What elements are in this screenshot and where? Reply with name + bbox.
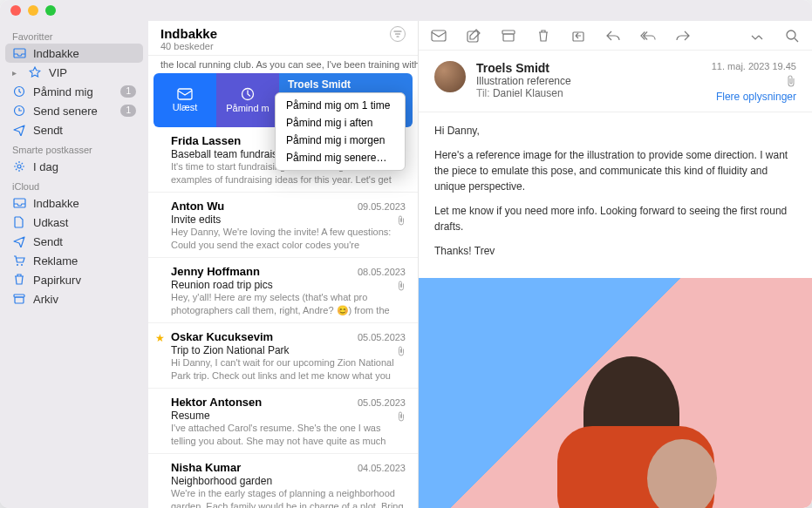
mailbox-sidebar: Favoritter Indbakke▸VIPPåmind mig1Send s… — [0, 21, 148, 508]
reply-all-icon[interactable] — [640, 28, 656, 44]
remind-me-menu[interactable]: Påmind mig om 1 timePåmind mig i aftenPå… — [275, 92, 406, 171]
message-sender: Hektor Antonsen — [171, 396, 262, 409]
window-titlebar — [0, 0, 812, 21]
svg-rect-6 — [15, 297, 24, 303]
mailbox-title: Indbakke — [160, 26, 390, 41]
sidebar-section-smart: Smarte postkasser — [0, 139, 148, 157]
partial-message-preview[interactable]: the local running club. As you can see, … — [148, 56, 418, 73]
more-icon[interactable] — [749, 28, 765, 44]
body-paragraph: Here's a reference image for the illustr… — [434, 147, 796, 194]
sidebar-item-vip[interactable]: ▸VIP — [0, 63, 148, 82]
attachment-icon — [397, 281, 406, 291]
inbox-icon — [12, 46, 26, 60]
message-subject: Resume — [171, 410, 406, 422]
reader-inline-image[interactable] — [419, 278, 812, 508]
message-date: 05.05.2023 — [358, 332, 406, 342]
attachment-icon[interactable] — [786, 75, 796, 87]
message-date: 05.05.2023 — [358, 397, 406, 408]
archive-icon — [12, 292, 26, 306]
body-paragraph: Let me know if you need more info. Looki… — [434, 203, 796, 234]
svg-point-14 — [787, 30, 795, 39]
svg-rect-9 — [432, 30, 446, 41]
message-date: 08.05.2023 — [358, 267, 406, 277]
plane-icon — [12, 234, 26, 248]
search-icon[interactable] — [784, 28, 800, 44]
svg-point-2 — [17, 165, 21, 168]
reader-toolbar — [419, 21, 812, 51]
cart-icon — [12, 254, 26, 268]
star-icon — [28, 65, 42, 79]
sidebar-item-send-senere[interactable]: Send senere1 — [0, 101, 148, 120]
reader-from[interactable]: Troels Smidt — [476, 61, 701, 75]
message-preview: We're in the early stages of planning a … — [171, 487, 406, 508]
message-item[interactable]: ★Oskar Kucuksevim05.05.2023Trip to Zion … — [148, 323, 418, 389]
plane-icon — [12, 123, 26, 137]
sidebar-item-indbakke[interactable]: Indbakke — [5, 44, 143, 63]
remind-menu-item[interactable]: Påmind mig om 1 time — [276, 97, 405, 114]
trash-icon[interactable] — [536, 28, 551, 44]
sidebar-item-i-dag[interactable]: I dag — [0, 157, 148, 176]
attachment-icon — [397, 215, 406, 226]
close-window-button[interactable] — [10, 5, 21, 16]
sidebar-section-icloud: iCloud — [0, 176, 148, 193]
svg-rect-7 — [178, 89, 192, 99]
message-subject: Neighborhood garden — [171, 475, 406, 487]
svg-rect-12 — [503, 34, 514, 41]
message-list-pane: Indbakke 40 beskeder the local running c… — [148, 21, 419, 508]
svg-point-3 — [17, 264, 18, 266]
sidebar-item-papirkurv[interactable]: Papirkurv — [0, 270, 148, 289]
envelope-icon[interactable] — [431, 28, 447, 44]
remind-menu-item[interactable]: Påmind mig i morgen — [276, 132, 405, 149]
sender-avatar[interactable] — [434, 61, 466, 92]
message-sender: Jenny Hoffmann — [171, 265, 260, 278]
message-preview: Hey Danny, We're loving the invite! A fe… — [171, 226, 406, 250]
sidebar-item-indbakke[interactable]: Indbakke — [0, 193, 148, 213]
sidebar-item-reklame[interactable]: Reklame — [0, 251, 148, 270]
swipe-mark-unread-button[interactable]: Ulæst — [154, 73, 216, 127]
reply-icon[interactable] — [605, 28, 621, 44]
message-item[interactable]: Jenny Hoffmann08.05.2023Reunion road tri… — [148, 258, 418, 323]
message-list[interactable]: Frida LassenBaseball team fundraiserIt's… — [148, 127, 418, 508]
remind-menu-item[interactable]: Påmind mig senere… — [276, 149, 405, 166]
fullscreen-window-button[interactable] — [45, 5, 56, 16]
sidebar-item-arkiv[interactable]: Arkiv — [0, 289, 148, 308]
sidebar-item-udkast[interactable]: Udkast — [0, 213, 148, 232]
junk-icon[interactable] — [570, 28, 586, 44]
message-item[interactable]: Hektor Antonsen05.05.2023ResumeI've atta… — [148, 389, 418, 454]
message-item[interactable]: Anton Wu09.05.2023Invite editsHey Danny,… — [148, 193, 418, 258]
reader-header: Troels Smidt Illustration reference Til:… — [419, 51, 812, 112]
archive-icon[interactable] — [501, 28, 516, 44]
reader-to: Til: Daniel Klausen — [476, 87, 701, 99]
message-preview: Hey, y'all! Here are my selects (that's … — [171, 291, 406, 315]
compose-icon[interactable] — [466, 28, 481, 44]
count-badge: 1 — [120, 85, 136, 98]
message-item[interactable]: Nisha Kumar04.05.2023Neighborhood garden… — [148, 454, 418, 508]
sidebar-item-påmind-mig[interactable]: Påmind mig1 — [0, 82, 148, 101]
message-sender: Anton Wu — [171, 200, 224, 213]
remind-menu-item[interactable]: Påmind mig i aften — [276, 114, 405, 132]
sidebar-item-sendt[interactable]: Sendt — [0, 232, 148, 251]
attachment-icon — [397, 346, 406, 356]
clock-arrow-icon — [12, 104, 26, 118]
sidebar-item-label: Sendt — [33, 235, 136, 248]
swipe-remind-button[interactable]: Påmind m — [216, 73, 279, 127]
more-info-link[interactable]: Flere oplysninger — [716, 91, 796, 103]
inbox-icon — [12, 196, 26, 210]
mailbox-count: 40 beskeder — [160, 41, 390, 51]
trash-icon — [12, 273, 26, 287]
count-badge: 1 — [120, 105, 136, 117]
message-sender: Frida Lassen — [171, 134, 241, 147]
message-date: 04.05.2023 — [358, 463, 406, 473]
sidebar-item-label: Arkiv — [33, 293, 136, 306]
envelope-icon — [177, 88, 193, 100]
forward-icon[interactable] — [675, 28, 691, 44]
sidebar-item-sendt[interactable]: Sendt — [0, 120, 148, 139]
minimize-window-button[interactable] — [28, 5, 38, 16]
reader-subject: Illustration reference — [476, 75, 701, 87]
disclosure-icon[interactable]: ▸ — [12, 68, 21, 78]
svg-point-4 — [21, 264, 23, 266]
filter-button[interactable] — [390, 26, 406, 42]
sidebar-item-label: Udkast — [33, 216, 136, 229]
message-subject: Invite edits — [171, 213, 406, 226]
sidebar-item-label: Indbakke — [33, 197, 136, 210]
